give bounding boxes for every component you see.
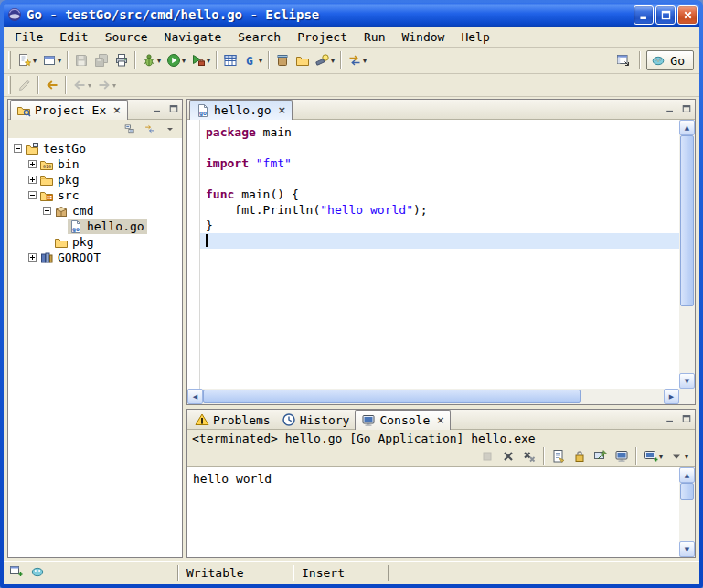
back-button[interactable]: ▾ [69, 75, 94, 95]
minimize-view-button[interactable] [662, 411, 678, 427]
new-wizard-button[interactable]: ▾ [15, 50, 39, 70]
menu-help[interactable]: Help [453, 28, 497, 46]
menu-source[interactable]: Source [97, 28, 156, 46]
remove-all-button[interactable] [519, 447, 539, 465]
tree-item-pkg[interactable]: pkg [8, 234, 182, 250]
close-tab-icon[interactable]: × [436, 414, 444, 426]
maximize-button[interactable] [655, 5, 676, 25]
fast-view-button[interactable] [9, 564, 24, 582]
tree-item-testgo[interactable]: testGo [8, 141, 182, 156]
scroll-up-icon[interactable]: ▲ [679, 120, 695, 135]
go-g-button[interactable]: G▾ [240, 50, 265, 70]
scrollbar-thumb[interactable] [203, 390, 581, 403]
tree-expander-icon[interactable] [27, 160, 38, 168]
minimize-button[interactable] [634, 5, 654, 25]
folder-button[interactable] [293, 50, 313, 70]
tree-item-goroot[interactable]: GOROOT [8, 250, 182, 265]
tree-item-label: src [58, 188, 79, 202]
back-gold-button[interactable] [42, 75, 62, 95]
jar-button[interactable] [272, 50, 293, 70]
tree-expander-icon[interactable] [27, 253, 38, 262]
close-tab-icon[interactable]: × [278, 104, 286, 116]
minimize-view-button[interactable] [662, 101, 678, 117]
close-button[interactable] [677, 5, 698, 25]
run-button[interactable]: ▾ [164, 50, 188, 70]
team-sync-button[interactable]: ▾ [345, 50, 369, 70]
view-menu-button[interactable] [161, 121, 179, 137]
tree-item-bin[interactable]: 010bin [8, 156, 182, 172]
collapse-all-button[interactable] [121, 121, 139, 137]
tree-item-pkg[interactable]: pkg [8, 172, 182, 187]
menu-run[interactable]: Run [356, 28, 393, 46]
tree-expander-icon[interactable] [27, 191, 38, 199]
open-perspective-button[interactable] [613, 50, 634, 70]
editor-panel: go hello.go × package mainimport "fmt"fu… [186, 99, 696, 405]
toolbar-handle[interactable] [8, 51, 11, 69]
terminate-button[interactable] [477, 447, 497, 465]
print-button[interactable] [112, 50, 132, 70]
tree-expander-icon[interactable] [41, 207, 53, 215]
code-line-5: func main() { [200, 187, 679, 202]
tab-history[interactable]: History [276, 411, 356, 429]
tree-item-src[interactable]: src [8, 187, 182, 203]
close-tab-icon[interactable]: × [112, 104, 121, 116]
toolbar-handle[interactable] [8, 76, 11, 94]
new-window-button[interactable]: ▾ [39, 50, 64, 70]
scroll-lock-button[interactable] [570, 447, 590, 465]
last-edit-button[interactable] [15, 75, 35, 95]
console-output[interactable]: hello world [187, 467, 679, 557]
link-editor-button[interactable] [141, 121, 159, 137]
scrollbar-thumb[interactable] [680, 135, 694, 306]
scroll-left-icon[interactable]: ◀ [187, 389, 203, 404]
tab-problems[interactable]: Problems [189, 411, 276, 429]
scrollbar-thumb[interactable] [680, 483, 694, 500]
scroll-up-icon[interactable]: ▲ [679, 467, 695, 483]
menu-window[interactable]: Window [393, 28, 453, 46]
editor-horizontal-scrollbar[interactable]: ◀ ▶ [187, 389, 679, 404]
menu-edit[interactable]: Edit [51, 28, 96, 46]
scroll-right-icon[interactable]: ▶ [664, 389, 679, 404]
tree-expander-icon[interactable] [27, 176, 38, 184]
tab-project-explorer[interactable]: Project Ex × [10, 100, 128, 120]
menu-project[interactable]: Project [289, 28, 356, 46]
menu-file[interactable]: File [6, 28, 51, 46]
scroll-down-icon[interactable]: ▼ [679, 373, 695, 389]
annotation-ruler[interactable] [187, 120, 200, 389]
tab-console[interactable]: Console× [355, 410, 451, 430]
code-editor[interactable]: package mainimport "fmt"func main() { fm… [200, 120, 679, 389]
external-tools-button[interactable]: ▾ [188, 50, 213, 70]
toolbar-separator [65, 76, 67, 94]
menu-navigate[interactable]: Navigate [156, 28, 230, 46]
tree-expander-icon[interactable] [12, 144, 24, 153]
tab-label: Console [379, 413, 430, 427]
remove-launch-button[interactable] [498, 447, 518, 465]
search-button[interactable]: ▾ [313, 50, 337, 70]
debug-button[interactable]: ▾ [139, 50, 164, 70]
console-vertical-scrollbar[interactable]: ▲ ▼ [679, 467, 695, 557]
editor-vertical-scrollbar[interactable]: ▲ ▼ [679, 120, 695, 389]
dropdown-arrow-icon: ▾ [659, 453, 663, 461]
go-grid-button[interactable] [220, 50, 240, 70]
minimize-view-button[interactable] [149, 101, 165, 117]
scroll-down-icon[interactable]: ▼ [679, 541, 695, 557]
go-trim-button[interactable] [30, 564, 45, 582]
clear-console-button[interactable] [549, 447, 569, 465]
maximize-view-button[interactable] [678, 411, 695, 427]
save-button[interactable] [71, 50, 91, 70]
open-console-button[interactable]: ▾ [641, 447, 666, 465]
maximize-view-button[interactable] [165, 101, 182, 117]
forward-button[interactable]: ▾ [94, 75, 119, 95]
display-console-button[interactable] [612, 447, 632, 465]
tree-item-hello-go[interactable]: gohello.go [8, 219, 182, 234]
maximize-view-button[interactable] [678, 101, 695, 117]
project-tree[interactable]: testGo010binpkgsrccmdgohello.gopkgGOROOT [8, 138, 182, 557]
pin-console-button[interactable] [591, 447, 611, 465]
console-menu-button[interactable]: ▾ [666, 447, 691, 465]
dropdown-arrow-icon: ▾ [33, 57, 37, 65]
tree-item-cmd[interactable]: cmd [8, 203, 182, 219]
menu-search[interactable]: Search [229, 28, 289, 46]
go-perspective-button[interactable]: Go [646, 50, 694, 70]
title-bar[interactable]: Go - testGo/src/cmd/hello.go - Eclipse [4, 3, 699, 27]
tab-hello-go[interactable]: go hello.go × [189, 100, 293, 120]
save-all-button[interactable] [91, 50, 112, 70]
